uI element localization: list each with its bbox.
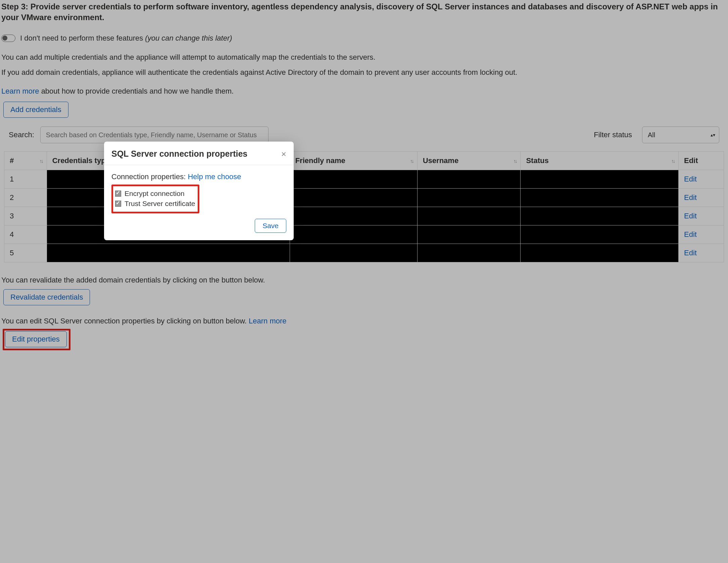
close-icon[interactable]: × — [281, 150, 286, 158]
encrypt-connection-label: Encrypt connection — [125, 190, 185, 198]
modal-backdrop — [0, 0, 728, 563]
trust-server-cert-label: Trust Server certificate — [125, 200, 195, 208]
save-button[interactable]: Save — [255, 219, 286, 233]
highlight-connection-options: Encrypt connection Trust Server certific… — [111, 185, 199, 213]
connection-properties-label: Connection properties: — [111, 172, 188, 181]
help-me-choose-link[interactable]: Help me choose — [188, 172, 241, 181]
trust-server-cert-checkbox[interactable] — [115, 201, 121, 207]
connection-properties-row: Connection properties: Help me choose — [111, 172, 286, 181]
modal-title: SQL Server connection properties — [111, 149, 247, 159]
encrypt-connection-checkbox[interactable] — [115, 191, 121, 197]
sql-connection-modal: SQL Server connection properties × Conne… — [104, 142, 294, 240]
